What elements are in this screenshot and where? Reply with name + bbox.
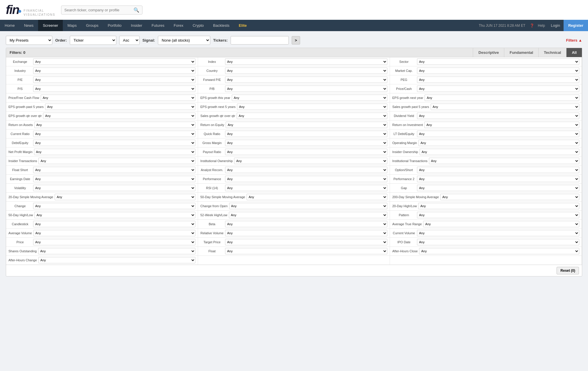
tab-technical[interactable]: Technical [538,48,566,57]
filter-select-market-cap.[interactable]: Any [417,68,579,74]
nav-maps[interactable]: Maps [63,20,81,31]
filter-select-target-price[interactable]: Any [225,239,387,245]
filter-select-price/free-cash-flow[interactable]: Any [41,95,195,101]
filter-select-gap[interactable]: Any [417,185,579,191]
filter-select-average-volume[interactable]: Any [33,230,195,236]
filter-select-return-on-investment[interactable]: Any [424,122,579,128]
filter-select-52-week-high/low[interactable]: Any [229,212,387,218]
filter-select-ipo-date[interactable]: Any [417,239,579,245]
filter-select-beta[interactable]: Any [225,221,387,227]
filter-select-insider-transactions[interactable]: Any [38,158,195,164]
nav-elite[interactable]: Elite [234,20,251,31]
nav-insider[interactable]: Insider [126,20,147,31]
signal-select[interactable]: None (all stocks) [158,36,210,45]
filter-select-volatility[interactable]: Any [33,185,195,191]
filter-select-country[interactable]: Any [225,68,387,74]
login-link[interactable]: Login [547,20,564,31]
filter-select-price/cash[interactable]: Any [417,86,579,92]
filter-select-candlestick[interactable]: Any [33,221,195,227]
tab-all[interactable]: All [566,48,582,57]
filter-select-eps-growth-qtr-over-qtr[interactable]: Any [43,113,195,119]
filter-select-sales-growth-qtr-over-qtr[interactable]: Any [237,113,387,119]
filter-select-performance-2[interactable]: Any [417,176,579,182]
filter-select-option/short[interactable]: Any [417,167,579,173]
nav-forex[interactable]: Forex [169,20,188,31]
filter-select-industry[interactable]: Any [33,68,195,74]
tickers-input[interactable] [231,36,289,45]
filter-select-pattern[interactable]: Any [417,212,579,218]
nav-futures[interactable]: Futures [147,20,169,31]
filter-select-change-from-open[interactable]: Any [229,203,387,209]
filter-select-institutional-ownership[interactable]: Any [234,158,387,164]
filter-cell: Sales growth past 5 yearsAny [390,102,582,111]
filter-select-p/e[interactable]: Any [33,77,195,83]
filter-select-operating-margin[interactable]: Any [418,140,579,146]
filter-select-20-day-simple-moving-average[interactable]: Any [55,194,195,200]
filter-select-average-true-range[interactable]: Any [423,221,579,227]
filter-select-gross-margin[interactable]: Any [225,140,387,146]
filter-select-eps-growth-next-year[interactable]: Any [425,95,579,101]
nav-home[interactable]: Home [0,20,19,31]
filter-select-forward-p/e[interactable]: Any [225,77,387,83]
filter-select-debt/equity[interactable]: Any [33,140,195,146]
filter-select-return-on-assets[interactable]: Any [34,122,195,128]
filter-select-dividend-yield[interactable]: Any [417,113,579,119]
search-icon[interactable]: 🔍 [133,7,139,13]
order-select[interactable]: Ticker [70,36,116,45]
filter-select-current-volume[interactable]: Any [417,230,579,236]
filter-select-price[interactable]: Any [33,239,195,245]
nav-portfolio[interactable]: Portfolio [103,20,126,31]
filter-select-float[interactable]: Any [225,248,387,254]
filter-select-current-ratio[interactable]: Any [33,131,195,137]
filter-select-performance[interactable]: Any [225,176,387,182]
filter-select-sales-growth-past-5-years[interactable]: Any [431,104,579,110]
filter-select-float-short[interactable]: Any [33,167,195,173]
filter-select-sector[interactable]: Any [417,58,579,65]
tab-descriptive[interactable]: Descriptive [473,48,504,57]
filter-select-institutional-transactions[interactable]: Any [429,158,579,164]
help-link[interactable]: Help [535,20,547,31]
filter-select-earnings-date[interactable]: Any [33,176,195,182]
filter-select-rsi-(14)[interactable]: Any [225,185,387,191]
reset-button[interactable]: Reset (0) [557,267,579,274]
asc-select[interactable]: Asc Desc [119,36,140,45]
filter-select-eps-growth-past-5-years[interactable]: Any [45,104,195,110]
logo: fin FINANCIAL VISUALIZATIONS [6,3,55,17]
filter-select-exchange[interactable]: Any [33,58,195,65]
filter-select-p/b[interactable]: Any [225,86,387,92]
filter-select-return-on-equity[interactable]: Any [226,122,387,128]
search-input[interactable] [64,8,133,12]
filter-select-50-day-simple-moving-average[interactable]: Any [247,194,387,200]
filter-select-200-day-simple-moving-average[interactable]: Any [440,194,579,200]
filter-select-payout-ratio[interactable]: Any [225,149,387,155]
filter-select-shares-outstanding[interactable]: Any [38,248,195,254]
filter-select-index[interactable]: Any [225,58,387,65]
filter-select-lt-debt/equity[interactable]: Any [417,131,579,137]
filter-select-relative-volume[interactable]: Any [225,230,387,236]
nav-groups[interactable]: Groups [81,20,103,31]
go-button[interactable]: > [292,36,300,45]
filters-toggle[interactable]: Filters ▲ [566,38,582,42]
filter-select-eps-growth-next-5-years[interactable]: Any [237,104,387,110]
filter-select-after-hours-change[interactable]: Any [38,257,195,263]
filter-select-insider-ownership[interactable]: Any [420,149,579,155]
filter-label: Sales growth qtr over qtr [200,114,235,118]
filter-select-after-hours-close[interactable]: Any [419,248,579,254]
nav-news[interactable]: News [19,20,38,31]
nav-backtests[interactable]: Backtests [209,20,234,31]
search-bar[interactable]: 🔍 [61,6,142,15]
nav-crypto[interactable]: Crypto [188,20,208,31]
filter-select-50-day-high/low[interactable]: Any [34,212,195,218]
nav-screener[interactable]: Screener [38,20,63,31]
filter-select-quick-ratio[interactable]: Any [225,131,387,137]
filter-select-analyst-recom.[interactable]: Any [225,167,387,173]
filter-select-p/s[interactable]: Any [33,86,195,92]
filter-select-peg[interactable]: Any [417,77,579,83]
filter-select-change[interactable]: Any [33,203,195,209]
filter-select-eps-growth-this-year[interactable]: Any [232,95,387,101]
filter-select-20-day-high/low[interactable]: Any [418,203,579,209]
preset-select[interactable]: My Presets [6,36,52,45]
filter-select-net-profit-margin[interactable]: Any [34,149,195,155]
register-link[interactable]: Register [564,20,588,31]
tab-fundamental[interactable]: Fundamental [504,48,538,57]
